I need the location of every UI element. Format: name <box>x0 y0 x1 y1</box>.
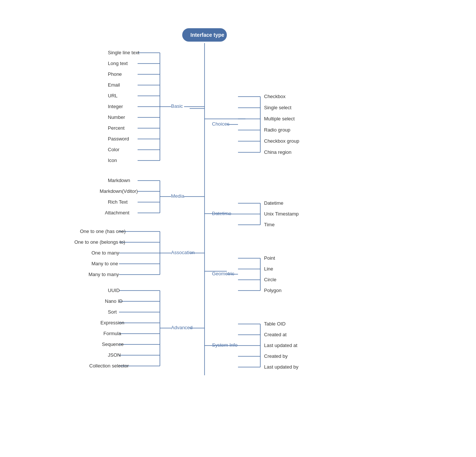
leaf-polygon: Polygon <box>264 288 282 293</box>
leaf-nano-id: Nano ID <box>105 298 123 304</box>
leaf-created-at: Created at <box>264 332 287 337</box>
leaf-icon: Icon <box>108 158 117 163</box>
root-node: Interface type <box>182 28 227 42</box>
leaf-time: Time <box>264 222 274 227</box>
leaf-sort: Sort <box>108 309 117 315</box>
branch-basic: Basic <box>171 103 183 109</box>
leaf-one-to-one-belongs: One to one (belongs to) <box>74 239 125 245</box>
leaf-radio-group: Radio group <box>264 127 290 133</box>
leaf-last-updated-by: Last updated by <box>264 364 299 370</box>
branch-geometric: Geometric <box>212 271 234 276</box>
leaf-one-to-one-has: One to one (has one) <box>80 228 126 234</box>
branch-systeminfo: System Info <box>212 342 238 348</box>
branch-choices: Choices <box>212 121 229 127</box>
leaf-email: Email <box>108 82 120 88</box>
leaf-datetime: Datetime <box>264 200 283 206</box>
leaf-color: Color <box>108 147 119 152</box>
leaf-uuid: UUID <box>108 288 120 293</box>
leaf-last-updated-at: Last updated at <box>264 343 298 348</box>
leaf-line: Line <box>264 266 273 272</box>
leaf-phone: Phone <box>108 71 122 77</box>
leaf-number: Number <box>108 114 125 120</box>
leaf-rich-text: Rich Text <box>108 199 128 205</box>
leaf-created-by: Created by <box>264 353 288 359</box>
leaf-china-region: China region <box>264 149 292 155</box>
leaf-checkbox: Checkbox <box>264 94 286 99</box>
branch-assocation: Assocation <box>171 250 195 255</box>
leaf-attachment: Attachment <box>105 210 129 215</box>
leaf-one-to-many: One to many <box>91 250 119 256</box>
leaf-multiple-select: Multiple select <box>264 116 295 121</box>
leaf-sequence: Sequence <box>102 341 124 347</box>
leaf-markdown: Markdown <box>108 178 130 183</box>
leaf-single-line-text: Single line text <box>108 50 139 55</box>
branch-advanced: Advanced <box>171 325 193 330</box>
branch-datetime: Datetime <box>212 211 231 216</box>
leaf-formula: Formula <box>103 331 121 336</box>
leaf-expression: Expression <box>100 320 124 325</box>
leaf-circle: Circle <box>264 277 276 282</box>
diagram-container: .tree-line { stroke: #4a6fa5; stroke-wid… <box>0 0 476 457</box>
leaf-table-oid: Table OID <box>264 321 286 327</box>
leaf-json: JSON <box>108 352 121 358</box>
leaf-unix-timestamp: Unix Timestamp <box>264 211 299 217</box>
leaf-percent: Percent <box>108 125 125 131</box>
leaf-password: Password <box>108 136 129 142</box>
leaf-collection-selector: Collection selector <box>89 363 129 369</box>
leaf-markdown-vditor: Markdown(Vditor) <box>100 188 138 194</box>
leaf-many-to-many: Many to many <box>89 272 119 277</box>
leaf-url: URL <box>108 93 118 98</box>
leaf-long-text: Long text <box>108 61 128 66</box>
leaf-many-to-one: Many to one <box>91 261 118 266</box>
branch-media: Media <box>171 193 184 199</box>
leaf-point: Point <box>264 255 275 261</box>
leaf-single-select: Single select <box>264 105 292 110</box>
leaf-checkbox-group: Checkbox group <box>264 138 299 144</box>
diagram-svg: .tree-line { stroke: #4a6fa5; stroke-wid… <box>0 0 476 457</box>
leaf-integer: Integer <box>108 104 123 109</box>
